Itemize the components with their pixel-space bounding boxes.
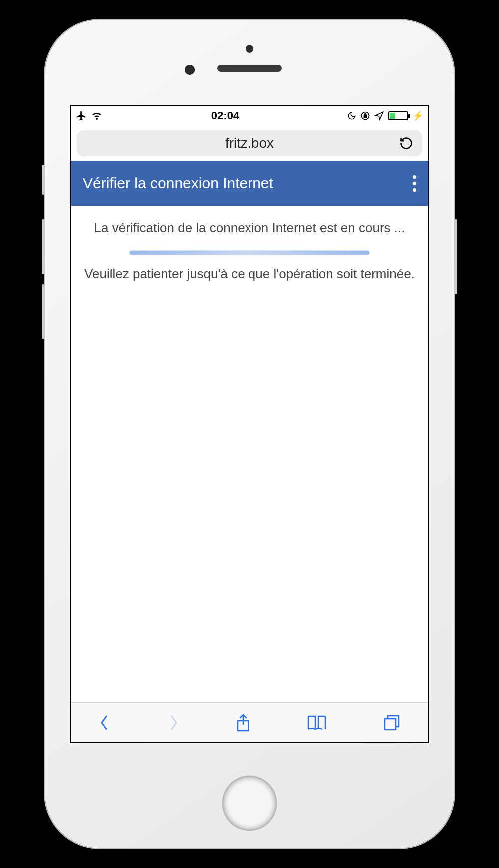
power-button bbox=[454, 219, 457, 294]
svg-rect-2 bbox=[385, 719, 396, 730]
wait-text: Veuillez patienter jusqu'à ce que l'opér… bbox=[81, 265, 418, 283]
share-button[interactable] bbox=[235, 713, 251, 733]
back-button[interactable] bbox=[98, 713, 111, 733]
phone-frame: 02:04 ⚡ fritz.box bbox=[45, 20, 454, 848]
volume-up-button bbox=[42, 219, 45, 274]
page-title: Vérifier la connexion Internet bbox=[83, 175, 273, 192]
volume-down-button bbox=[42, 284, 45, 339]
forward-button bbox=[167, 713, 180, 733]
battery-icon bbox=[388, 111, 408, 120]
browser-address-row: fritz.box bbox=[71, 126, 428, 161]
do-not-disturb-icon bbox=[347, 111, 356, 120]
bookmarks-button[interactable] bbox=[306, 714, 327, 731]
orientation-lock-icon bbox=[360, 111, 370, 121]
sensor-dot bbox=[246, 45, 253, 53]
charging-icon: ⚡ bbox=[412, 110, 423, 121]
mute-switch bbox=[42, 165, 45, 195]
location-icon bbox=[374, 111, 384, 121]
earpiece-speaker bbox=[217, 65, 282, 72]
reload-icon[interactable] bbox=[399, 136, 413, 150]
status-text: La vérification de la connexion Internet… bbox=[81, 220, 418, 236]
screen: 02:04 ⚡ fritz.box bbox=[70, 105, 429, 743]
address-bar[interactable]: fritz.box bbox=[77, 130, 422, 156]
menu-button[interactable] bbox=[413, 175, 416, 192]
tabs-button[interactable] bbox=[383, 714, 401, 732]
home-button[interactable] bbox=[222, 776, 277, 831]
browser-toolbar bbox=[71, 702, 428, 742]
clock: 02:04 bbox=[211, 109, 239, 122]
wifi-icon bbox=[91, 111, 103, 121]
airplane-mode-icon bbox=[76, 110, 87, 121]
address-domain: fritz.box bbox=[225, 135, 274, 151]
page-header: Vérifier la connexion Internet bbox=[71, 161, 428, 206]
page-content: La vérification de la connexion Internet… bbox=[71, 206, 428, 702]
progress-bar bbox=[130, 251, 369, 255]
front-camera bbox=[185, 65, 195, 75]
status-bar: 02:04 ⚡ bbox=[71, 106, 428, 126]
